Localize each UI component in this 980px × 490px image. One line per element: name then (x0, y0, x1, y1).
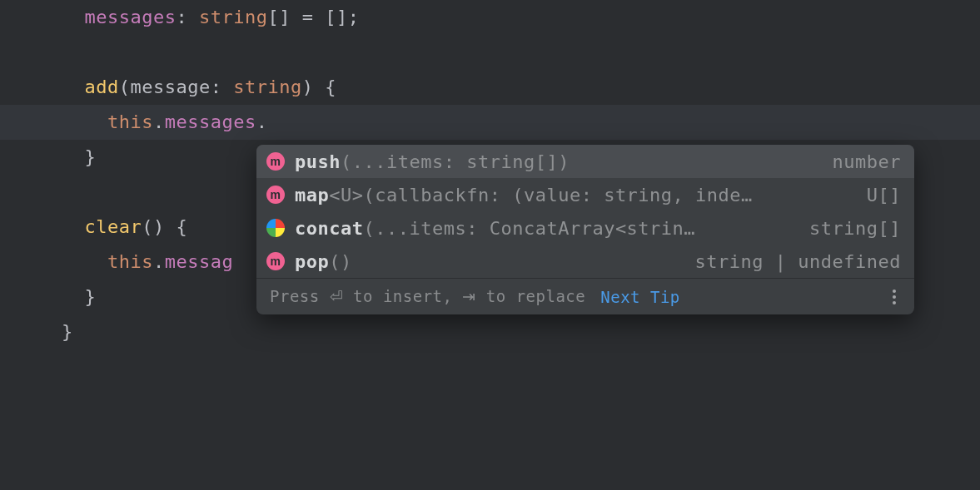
suggestion-name: map (295, 185, 329, 205)
suggestion-signature: <U>(callbackfn: (value: string, inde… (329, 185, 753, 205)
code-line: messages: string[] = []; (0, 0, 980, 35)
suggestion-list: m push(...items: string[]) number m map<… (256, 145, 914, 278)
tab-key-icon: ⇥ (462, 288, 476, 305)
suggestion-item[interactable]: m map<U>(callbackfn: (value: string, ind… (256, 178, 914, 211)
enter-key-icon: ⏎ (330, 288, 344, 305)
suggestion-signature: () (329, 251, 352, 272)
suggestion-return-type: string | undefined (695, 251, 901, 272)
suggestion-return-type: U[] (867, 185, 901, 205)
suggestion-name: push (295, 151, 341, 172)
suggestion-item[interactable]: m pop() string | undefined (256, 245, 914, 278)
code-line-active: this.messages. (0, 105, 980, 140)
method-icon: m (266, 152, 285, 171)
suggestion-name: pop (295, 251, 329, 272)
suggestion-signature: (...items: string[]) (341, 151, 570, 172)
autocomplete-popup[interactable]: m push(...items: string[]) number m map<… (256, 145, 914, 314)
suggestion-return-type: string[] (809, 218, 901, 239)
code-line: add(message: string) { (0, 70, 980, 105)
next-tip-link[interactable]: Next Tip (600, 288, 680, 306)
suggestion-item[interactable]: m push(...items: string[]) number (256, 145, 914, 178)
code-line: } (0, 314, 980, 349)
suggestion-signature: (...items: ConcatArray<strin… (363, 218, 695, 239)
footer-hint: Press ⏎ to insert, ⇥ to replace (270, 287, 585, 306)
method-icon: m (266, 186, 285, 204)
code-line-empty (0, 35, 980, 70)
suggestion-name: concat (295, 218, 363, 239)
token-field: messages (85, 7, 177, 27)
method-icon: m (266, 252, 285, 270)
suggestion-item[interactable]: concat(...items: ConcatArray<strin… stri… (256, 211, 914, 245)
suggestion-return-type: number (833, 151, 901, 172)
more-options-icon[interactable] (886, 290, 903, 304)
turbo-icon (266, 219, 285, 237)
popup-footer: Press ⏎ to insert, ⇥ to replace Next Tip (256, 278, 914, 314)
